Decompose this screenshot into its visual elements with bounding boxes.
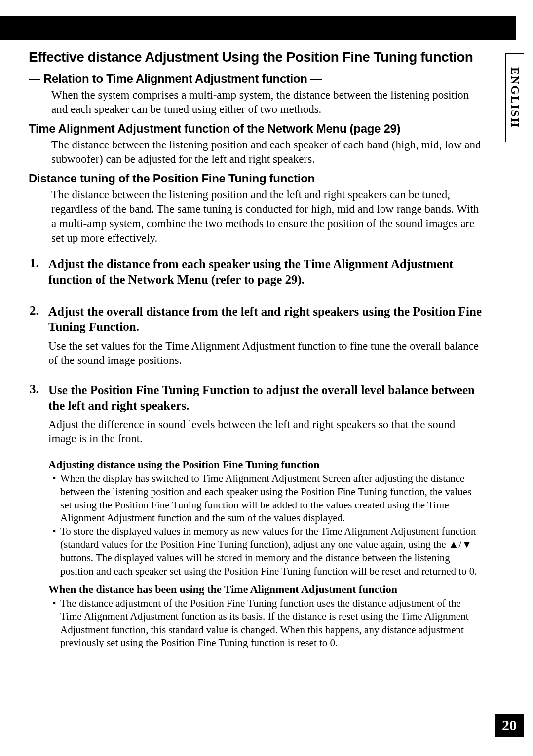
bullet-icon: • <box>48 597 60 650</box>
step-row: 2. Adjust the overall distance from the … <box>29 304 483 335</box>
language-tab: ENGLISH <box>505 53 524 142</box>
page-number-tab: 20 <box>495 714 524 737</box>
page-content: Effective distance Adjustment Using the … <box>29 49 483 649</box>
section-heading: Time Alignment Adjustment function of th… <box>29 122 483 136</box>
section-body: The distance between the listening posit… <box>51 187 483 246</box>
step-title: Adjust the distance from each speaker us… <box>48 256 483 288</box>
section-heading: Distance tuning of the Position Fine Tun… <box>29 172 483 185</box>
page-title: Effective distance Adjustment Using the … <box>29 49 483 65</box>
bullet-icon: • <box>48 472 60 525</box>
step-title: Adjust the overall distance from the lef… <box>48 304 483 335</box>
step-row: 3. Use the Position Fine Tuning Function… <box>29 382 483 413</box>
bullet-icon: • <box>48 525 60 578</box>
page-number: 20 <box>502 717 517 734</box>
step-body: Adjust the difference in sound levels be… <box>48 417 483 446</box>
step-number: 1. <box>29 256 48 288</box>
section-body: When the system comprises a multi-amp sy… <box>51 88 483 117</box>
step-row: 1. Adjust the distance from each speaker… <box>29 256 483 288</box>
bullet-item: • The distance adjustment of the Positio… <box>48 597 483 650</box>
note-heading: When the distance has been using the Tim… <box>48 583 483 596</box>
bullet-text: To store the displayed values in memory … <box>60 525 483 578</box>
bullet-text: The distance adjustment of the Position … <box>60 597 483 650</box>
language-tab-label: ENGLISH <box>508 67 522 128</box>
header-black-bar <box>0 16 516 40</box>
step-number: 2. <box>29 304 48 335</box>
step-title: Use the Position Fine Tuning Function to… <box>48 382 483 413</box>
step-number: 3. <box>29 382 48 413</box>
section-body: The distance between the listening posit… <box>51 138 483 167</box>
step-body: Use the set values for the Time Alignmen… <box>48 339 483 368</box>
note-heading: Adjusting distance using the Position Fi… <box>48 458 483 471</box>
bullet-item: • To store the displayed values in memor… <box>48 525 483 578</box>
bullet-item: • When the display has switched to Time … <box>48 472 483 525</box>
bullet-text: When the display has switched to Time Al… <box>60 472 483 525</box>
section-heading: — Relation to Time Alignment Adjustment … <box>29 72 483 86</box>
